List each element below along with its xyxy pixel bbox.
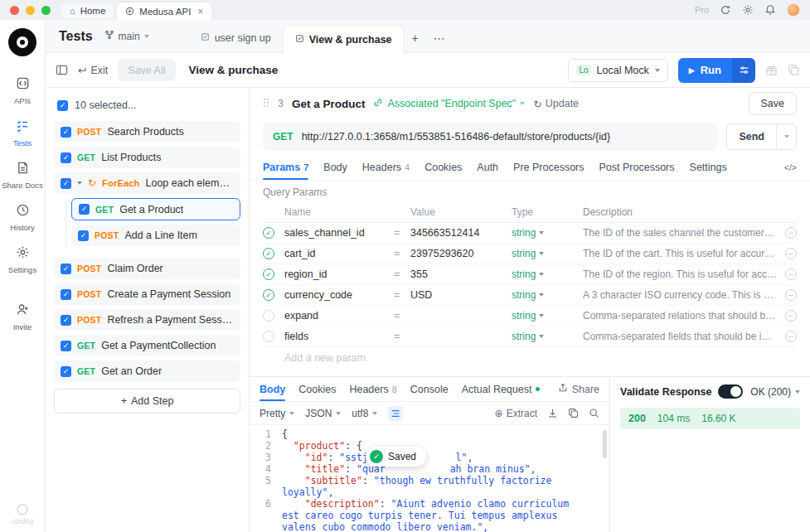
chevron-down-icon[interactable] <box>539 314 544 317</box>
tab-home[interactable]: ⌂ Home <box>61 3 114 18</box>
share-button[interactable]: Share <box>558 383 599 395</box>
sidebar-item-tests[interactable]: Tests <box>0 112 45 154</box>
param-row[interactable]: cart_id = 23975293620 string The ID of t… <box>263 244 797 264</box>
add-param-placeholder[interactable]: Add a new param <box>263 347 797 369</box>
tab-pre-processors[interactable]: Pre Processors <box>513 154 584 180</box>
save-all-button[interactable]: Save All <box>118 59 175 81</box>
tab-response-cookies[interactable]: Cookies <box>298 377 336 401</box>
chevron-down-icon[interactable] <box>539 231 544 235</box>
update-button[interactable]: ↻ Update <box>533 98 579 110</box>
tab-view-and-purchase[interactable]: View & purchase <box>283 25 405 53</box>
param-enabled-checkbox[interactable] <box>263 268 274 280</box>
param-name[interactable]: fields <box>284 331 394 342</box>
param-description[interactable]: A 3 character ISO currency code. This is… <box>583 289 777 301</box>
param-name[interactable]: cart_id <box>284 248 394 259</box>
select-all-checkbox[interactable] <box>57 100 68 111</box>
param-name[interactable]: region_id <box>284 268 394 280</box>
url-bar[interactable]: GET http://127.0.0.1:3658/m1/553851-5164… <box>263 123 718 151</box>
test-step[interactable]: GET List Products <box>54 147 240 168</box>
test-step[interactable]: POST Create a Payment Session <box>54 283 240 305</box>
gear-icon[interactable] <box>742 4 754 16</box>
gift-icon[interactable] <box>765 64 778 76</box>
environment-select[interactable]: Lo Local Mock <box>568 59 667 82</box>
checkbox[interactable] <box>61 289 71 300</box>
param-row[interactable]: region_id = 355 string The ID of the reg… <box>263 264 797 285</box>
checkbox[interactable] <box>79 204 90 215</box>
copy-icon[interactable] <box>788 64 800 76</box>
param-enabled-checkbox[interactable] <box>263 310 274 322</box>
copy-response-icon[interactable] <box>568 408 579 418</box>
test-step-selected[interactable]: GET Get a Product <box>71 198 240 220</box>
new-tab-button[interactable]: + <box>405 24 426 52</box>
tab-auth[interactable]: Auth <box>477 154 498 180</box>
language-select[interactable]: JSON <box>305 408 341 419</box>
associated-endpoint-link[interactable]: Associated "Endpoint Spec" <box>373 98 525 110</box>
param-row[interactable]: sales_channel_id = 345663512414 string T… <box>263 223 797 244</box>
validate-toggle[interactable] <box>718 384 743 399</box>
test-step[interactable]: POST Refresh a Payment Session <box>54 309 240 331</box>
close-window-button[interactable] <box>10 6 19 15</box>
download-icon[interactable] <box>547 408 558 418</box>
zoom-window-button[interactable] <box>41 6 51 15</box>
checkbox[interactable] <box>61 152 71 163</box>
chevron-down-icon[interactable] <box>539 252 544 255</box>
save-button[interactable]: Save <box>749 92 798 115</box>
chevron-down-icon[interactable] <box>539 335 544 338</box>
param-enabled-checkbox[interactable] <box>263 227 274 239</box>
param-description[interactable]: The ID of the sales channel the customer… <box>583 227 777 239</box>
param-description[interactable]: The ID of the cart. This is useful for a… <box>583 248 777 259</box>
extract-button[interactable]: ⊕ Extract <box>495 408 537 419</box>
checkbox[interactable] <box>61 341 71 351</box>
param-value[interactable]: USD <box>410 289 512 301</box>
param-description[interactable]: The ID of the region. This is useful for… <box>583 268 777 280</box>
branch-selector[interactable]: main <box>104 30 149 42</box>
param-description[interactable]: Comma-separated fields that should be in… <box>583 331 777 342</box>
sidebar-item-apis[interactable]: APIs <box>0 70 45 112</box>
param-enabled-checkbox[interactable] <box>263 289 274 301</box>
sidebar-item-settings[interactable]: Settings <box>0 239 45 281</box>
checkbox[interactable] <box>61 315 71 326</box>
tab-user-sign-up[interactable]: user sign up <box>189 24 283 52</box>
param-value[interactable]: 355 <box>410 268 512 280</box>
remove-param-icon[interactable] <box>785 331 797 342</box>
checkbox[interactable] <box>61 127 71 138</box>
add-step-button[interactable]: + Add Step <box>54 389 240 414</box>
tab-body[interactable]: Body <box>323 154 347 180</box>
checkbox[interactable] <box>78 230 89 241</box>
param-value[interactable]: 23975293620 <box>410 248 512 259</box>
tab-actual-request[interactable]: Actual Request <box>462 377 541 401</box>
sidebar-item-invite[interactable]: Invite <box>0 296 45 338</box>
checkbox[interactable] <box>61 178 71 189</box>
param-description[interactable]: Comma-separated relations that should be… <box>583 310 777 322</box>
charset-select[interactable]: utf8 <box>352 408 377 419</box>
run-button[interactable]: ▶ Run <box>678 58 732 83</box>
send-button[interactable]: Send <box>727 124 776 149</box>
param-row[interactable]: currency_code = USD string A 3 character… <box>263 285 797 306</box>
sidebar-item-share-docs[interactable]: Share Docs <box>0 154 45 196</box>
chevron-down-icon[interactable] <box>539 273 544 276</box>
test-step[interactable]: POST Claim Order <box>54 258 240 279</box>
tab-params[interactable]: Params7 <box>263 154 308 180</box>
checkbox[interactable] <box>61 366 71 377</box>
search-icon[interactable] <box>589 408 599 418</box>
exit-button[interactable]: ↩ Exit <box>78 64 108 76</box>
tab-response-headers[interactable]: Headers8 <box>349 377 396 401</box>
expected-status-select[interactable]: OK (200) <box>750 386 800 398</box>
param-row[interactable]: fields = string Comma-separated fields t… <box>263 326 797 347</box>
param-value[interactable]: 345663512414 <box>410 227 512 239</box>
param-row[interactable]: expand = string Comma-separated relation… <box>263 306 797 326</box>
tab-cookies[interactable]: Cookies <box>424 154 462 180</box>
checkbox[interactable] <box>61 264 71 274</box>
tab-settings[interactable]: Settings <box>690 154 727 180</box>
collapse-panel-icon[interactable] <box>56 64 68 76</box>
avatar[interactable] <box>787 3 800 17</box>
response-body-code[interactable]: 1{ 2 "product": { 3 "id": "sstjkQJ\l", 4… <box>250 425 609 532</box>
run-options-button[interactable] <box>732 58 755 83</box>
format-code-icon[interactable] <box>388 406 403 421</box>
remove-param-icon[interactable] <box>785 310 797 322</box>
param-enabled-checkbox[interactable] <box>263 248 274 259</box>
foreach-group-step[interactable]: ↻ ForEach Loop each element in {{ <box>54 172 240 194</box>
remove-param-icon[interactable] <box>785 268 797 280</box>
remove-param-icon[interactable] <box>785 248 797 259</box>
tab-post-processors[interactable]: Post Processors <box>599 154 675 180</box>
